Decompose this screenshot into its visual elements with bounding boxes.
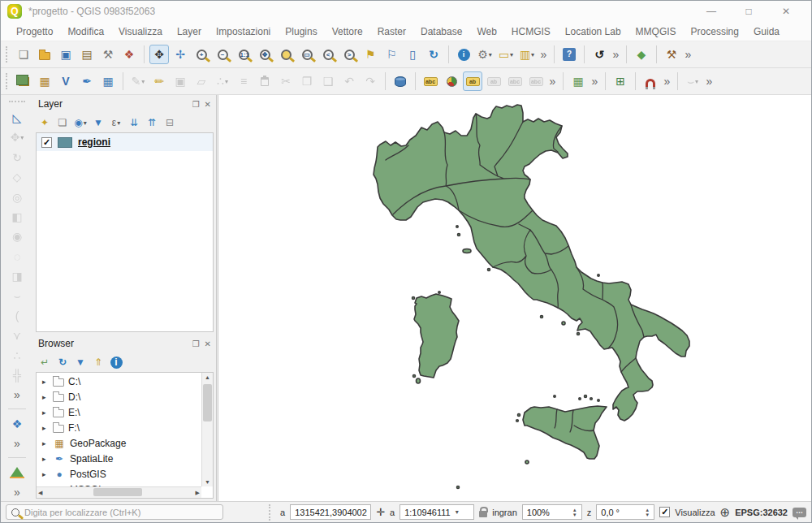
map-canvas[interactable]	[218, 95, 811, 501]
tracing-overflow[interactable]: »	[704, 71, 715, 91]
cad-tools-button[interactable]: ◺	[7, 109, 27, 127]
layer-diagram-button[interactable]	[442, 71, 461, 91]
horizontal-scroll-thumb[interactable]	[93, 488, 142, 496]
new-shapefile-layer-button[interactable]: V	[56, 71, 76, 91]
mouse-position-toggle-icon[interactable]: ✛	[376, 507, 385, 517]
select-features-button[interactable]: ▭▾	[496, 45, 516, 64]
db-manager-button[interactable]	[391, 71, 410, 91]
menu-visualizza[interactable]: Visualizza	[111, 22, 170, 41]
expander-icon[interactable]: ▸	[42, 393, 49, 401]
locator-search-input[interactable]: Digita per localizzare (Ctrl+K)	[6, 504, 223, 520]
new-print-layout-button[interactable]: ▤	[77, 45, 97, 64]
labels-overflow[interactable]: »	[547, 71, 558, 91]
menu-database[interactable]: Database	[413, 22, 469, 41]
layer-visibility-checkbox[interactable]	[41, 137, 52, 148]
digitizing-overflow[interactable]: »	[12, 386, 23, 404]
menu-guida[interactable]: Guida	[746, 22, 787, 41]
menu-web[interactable]: Web	[469, 22, 503, 41]
processing-overflow[interactable]: »	[683, 45, 693, 64]
render-checkbox[interactable]	[659, 507, 670, 517]
zoom-full-button[interactable]	[255, 45, 274, 64]
plugin-polygon-button[interactable]: ◆	[632, 45, 651, 64]
zoom-to-selection-button[interactable]	[276, 45, 296, 64]
layer-item-regioni[interactable]: regioni	[37, 133, 213, 151]
bookmark-manager-button[interactable]: ▯	[403, 45, 422, 64]
filter-browser-button[interactable]: ▼	[72, 354, 89, 370]
zoom-out-button[interactable]	[213, 45, 232, 64]
add-group-button[interactable]: ❏	[54, 115, 71, 131]
zoom-next-button[interactable]	[339, 45, 359, 64]
plugin-overflow[interactable]: »	[12, 482, 23, 500]
expander-icon[interactable]: ▸	[42, 408, 49, 417]
browser-item-f-drive[interactable]: ▸ F:\	[37, 420, 201, 435]
maximize-button[interactable]: □	[730, 1, 767, 22]
refresh-browser-button[interactable]: ↻	[54, 354, 71, 370]
properties-button[interactable]	[108, 354, 124, 370]
identify-features-button[interactable]	[454, 45, 473, 64]
menu-modifica[interactable]: Modifica	[60, 22, 111, 41]
pan-to-selection-button[interactable]: ✢	[171, 45, 190, 64]
browser-item-c-drive[interactable]: ▸ C:\	[37, 374, 201, 389]
show-layout-manager-button[interactable]: ⚒	[98, 45, 118, 64]
processing-plugin-button[interactable]: ⚒	[662, 45, 681, 64]
expand-all-button[interactable]: ⇊	[126, 115, 142, 131]
browser-item-e-drive[interactable]: ▸ E:\	[37, 404, 201, 420]
expander-icon[interactable]: ▸	[42, 470, 49, 478]
georeferencer-overflow[interactable]: »	[590, 71, 600, 91]
snapping-button[interactable]	[641, 71, 660, 91]
browser-item-spatialite[interactable]: ▸ ✒ SpatiaLite	[37, 451, 201, 466]
scroll-up-icon[interactable]: ▲	[205, 374, 210, 380]
new-temporary-scratch-layer-button[interactable]: ▦	[98, 71, 118, 91]
menu-processing[interactable]: Processing	[684, 22, 746, 41]
toolbar1-overflow[interactable]: »	[538, 45, 549, 64]
georeferencer-button[interactable]: ▦	[568, 71, 588, 91]
labeling-options-button[interactable]	[463, 71, 482, 91]
crs-indicator[interactable]: EPSG:32632	[735, 508, 788, 517]
redraw-map-button[interactable]: ↺	[590, 45, 609, 64]
zoom-in-button[interactable]	[192, 45, 211, 64]
pan-map-button[interactable]: ✥	[149, 45, 169, 64]
new-project-button[interactable]: ❏	[14, 45, 33, 64]
manage-map-themes-button[interactable]: ◉▾	[72, 115, 89, 131]
rotation-spinbox[interactable]: 0,0 °▲▼	[596, 504, 654, 520]
new-spatial-bookmark-button[interactable]: ⚑	[361, 45, 380, 64]
lock-scale-icon[interactable]	[479, 511, 487, 517]
magnifier-spinbox[interactable]: 100%▲▼	[522, 504, 582, 520]
expander-icon[interactable]: ▸	[42, 424, 49, 432]
refresh-map-button[interactable]: ↻	[424, 45, 443, 64]
browser-item-d-drive[interactable]: ▸ D:\	[37, 389, 201, 404]
layer-labeling-button[interactable]	[421, 71, 440, 91]
shape-digitizing-button[interactable]: ❖	[7, 414, 27, 432]
scroll-down-icon[interactable]: ▼	[205, 479, 210, 485]
spin-down-icon[interactable]: ▼	[645, 512, 650, 517]
menu-impostazioni[interactable]: Impostazioni	[209, 22, 278, 41]
expander-icon[interactable]: ▸	[42, 455, 49, 463]
zoom-last-button[interactable]	[318, 45, 338, 64]
zoom-native-button[interactable]	[234, 45, 253, 64]
add-selected-layers-button[interactable]: ↵	[37, 354, 53, 370]
show-spatial-bookmarks-button[interactable]: ⚐	[382, 45, 401, 64]
collapse-all-button[interactable]: ⇈	[144, 115, 160, 131]
float-panel-icon[interactable]: ❐	[192, 339, 200, 348]
zoom-to-layer-button[interactable]	[297, 45, 317, 64]
close-panel-icon[interactable]: ✕	[205, 339, 211, 348]
messages-icon[interactable]: …	[793, 508, 806, 517]
style-manager-button[interactable]: ❖	[119, 45, 139, 64]
menu-location-lab[interactable]: Location Lab	[558, 22, 628, 41]
spin-down-icon[interactable]: ▼	[572, 512, 577, 517]
menu-hcmgis[interactable]: HCMGIS	[504, 22, 558, 41]
redraw-overflow[interactable]: »	[611, 45, 621, 64]
expander-icon[interactable]: ▸	[42, 378, 49, 386]
menu-vettore[interactable]: Vettore	[325, 22, 370, 41]
minimize-button[interactable]: —	[693, 1, 730, 22]
scroll-right-icon[interactable]: ▶	[196, 490, 200, 496]
scale-combobox[interactable]: 1:10946111▾	[400, 504, 474, 520]
open-project-button[interactable]	[35, 45, 54, 64]
new-table-button[interactable]: ⊞	[611, 71, 630, 91]
filter-by-expression-button[interactable]: ε▾	[108, 115, 124, 131]
toggle-editing-button[interactable]: ✏	[149, 71, 169, 91]
save-project-button[interactable]: ▣	[56, 45, 76, 64]
menu-mmqgis[interactable]: MMQGIS	[628, 22, 684, 41]
shape-overflow[interactable]: »	[12, 434, 23, 452]
select-by-form-button[interactable]: ▥▾	[517, 45, 537, 64]
